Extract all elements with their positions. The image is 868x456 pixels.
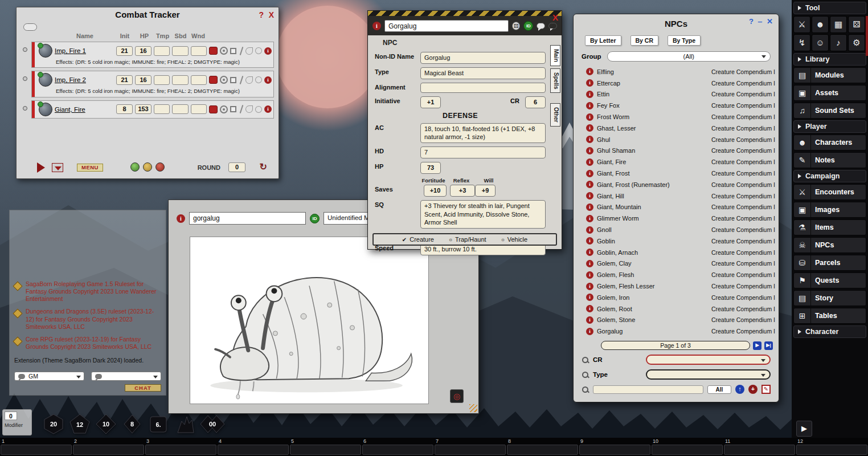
info-icon[interactable]: [372, 22, 381, 30]
help-icon[interactable]: ?: [749, 17, 754, 26]
npc-list-item[interactable]: GorgalugCreature Compendium I: [586, 325, 775, 337]
hotbar-slot[interactable]: 12: [796, 438, 867, 456]
visibility-checkbox[interactable]: [230, 106, 236, 112]
enemy-face-icon[interactable]: [209, 47, 218, 55]
hotbar-slot-box[interactable]: [579, 445, 650, 455]
init-value[interactable]: 8: [116, 104, 133, 114]
sound-icon[interactable]: ♪: [830, 34, 847, 51]
party-icon[interactable]: ☻: [812, 16, 829, 33]
d4-die[interactable]: [173, 413, 196, 435]
search-input[interactable]: [593, 385, 703, 394]
token-icon[interactable]: [39, 44, 52, 58]
hotbar-slot[interactable]: 4: [218, 438, 289, 456]
attack-claw-icon[interactable]: [245, 76, 253, 84]
npc-list-item[interactable]: ElflingCreature Compendium I: [586, 66, 775, 78]
close-icon[interactable]: X: [269, 10, 274, 19]
kind-option-vehicle[interactable]: ○Vehicle: [501, 236, 528, 243]
enemy-face-icon[interactable]: [209, 76, 218, 84]
edit-icon[interactable]: ✎: [761, 385, 771, 394]
hotbar-slot[interactable]: 11: [724, 438, 795, 456]
sidebar-item[interactable]: ▤Story: [793, 290, 866, 306]
info-icon[interactable]: [177, 214, 185, 223]
target-icon[interactable]: ◎: [450, 389, 464, 403]
sidebar-item[interactable]: ⚑Quests: [793, 272, 866, 288]
options-icon[interactable]: ⚙: [848, 34, 865, 51]
d6-die[interactable]: 6.: [147, 413, 170, 435]
hotbar-slot[interactable]: 3: [145, 438, 216, 456]
sort-button[interactable]: By Letter: [585, 35, 621, 46]
type-filter-dropdown[interactable]: [646, 369, 771, 380]
will-field[interactable]: +9: [475, 185, 496, 197]
minimize-icon[interactable]: ‒: [758, 17, 762, 26]
chat-whisper-icon[interactable]: [548, 23, 557, 29]
hotbar-slot[interactable]: 1: [1, 438, 72, 456]
faction-dot-icon[interactable]: [23, 76, 27, 81]
npc-info-icon[interactable]: [586, 237, 593, 245]
npc-list-item[interactable]: Golem, Flesh LesserCreature Compendium I: [586, 280, 775, 292]
combatant-name[interactable]: Imp, Fire 2: [55, 76, 114, 83]
all-button[interactable]: All: [707, 385, 731, 394]
neutral-face-icon[interactable]: [143, 162, 152, 172]
image-name-field[interactable]: gorgalug: [189, 212, 306, 225]
alignment-field[interactable]: [420, 83, 546, 93]
npc-list-item[interactable]: Fey FoxCreature Compendium I: [586, 100, 775, 111]
sidebar-item[interactable]: ▤Modules: [793, 67, 866, 83]
npc-list-item[interactable]: Giant, HillCreature Compendium I: [586, 190, 775, 202]
hotbar-slot[interactable]: 2: [73, 438, 144, 456]
faction-dot-icon[interactable]: [23, 47, 27, 52]
hotbar-slot-box[interactable]: [73, 445, 144, 455]
hotbar-slot-box[interactable]: [652, 445, 723, 455]
npc-info-icon[interactable]: [586, 91, 593, 98]
npc-list-item[interactable]: Giant, FrostCreature Compendium I: [586, 168, 775, 179]
combatant-name[interactable]: Giant, Fire: [55, 106, 114, 113]
hp-value[interactable]: 16: [135, 46, 151, 56]
npc-list-item[interactable]: Giant, Frost (Runemaster)Creature Compen…: [586, 179, 775, 190]
combatant-name[interactable]: Imp, Fire 1: [55, 47, 114, 54]
hotbar-slot-box[interactable]: [362, 445, 433, 455]
hotbar-slot[interactable]: 9: [579, 438, 650, 456]
npc-list-item[interactable]: Golem, StoneCreature Compendium I: [586, 315, 775, 326]
sq-field[interactable]: +3 Thievery for stealth in lair, Pungent…: [420, 200, 546, 229]
sidebar-section-campaign[interactable]: Campaign: [793, 170, 866, 182]
hotbar-slot-box[interactable]: [218, 445, 289, 455]
npc-info-icon[interactable]: [586, 113, 593, 121]
sidebar-item[interactable]: ⊞Tables: [793, 308, 866, 324]
fortitude-field[interactable]: +10: [424, 185, 447, 197]
npc-list-item[interactable]: Golem, IronCreature Compendium I: [586, 292, 775, 303]
attack-claw-icon[interactable]: [245, 47, 253, 55]
initiative-field[interactable]: +1: [420, 96, 441, 108]
info-icon[interactable]: [264, 105, 272, 113]
d100-die[interactable]: 00: [199, 413, 226, 435]
hotbar-slot-box[interactable]: [724, 445, 795, 455]
foe-face-icon[interactable]: [155, 162, 165, 172]
visibility-checkbox[interactable]: [230, 48, 236, 54]
attack-claw-icon[interactable]: [245, 105, 253, 113]
tmp-value[interactable]: [154, 75, 170, 85]
targeting-icon[interactable]: [220, 76, 228, 84]
sbd-value[interactable]: [172, 75, 188, 85]
npc-info-icon[interactable]: [586, 328, 593, 335]
sidebar-section-character[interactable]: Character: [793, 325, 866, 338]
wnd-value[interactable]: [191, 104, 207, 114]
hotbar-slot[interactable]: 5: [290, 438, 361, 456]
npc-info-icon[interactable]: [586, 102, 593, 109]
sidebar-item[interactable]: ☻Characters: [793, 135, 866, 150]
token-icon[interactable]: [39, 73, 52, 87]
cr-filter-dropdown[interactable]: [646, 355, 771, 365]
up-arrow-icon[interactable]: ↑: [735, 385, 744, 394]
d10-die[interactable]: 10: [95, 413, 117, 435]
d12-die[interactable]: 12: [68, 413, 91, 435]
sidebar-item[interactable]: ♫Sound Sets: [793, 103, 866, 119]
hotbar-slot[interactable]: 6: [362, 438, 433, 456]
sort-button[interactable]: By CR: [630, 35, 659, 46]
sheet-tab[interactable]: Other: [550, 103, 560, 127]
hotbar-slot[interactable]: 8: [507, 438, 578, 456]
refresh-icon[interactable]: ↻: [260, 161, 267, 172]
npc-info-icon[interactable]: [586, 158, 593, 166]
hotbar-slot-box[interactable]: [290, 445, 361, 455]
play-icon[interactable]: ▶: [796, 421, 812, 437]
tmp-value[interactable]: [154, 46, 170, 56]
sidebar-item[interactable]: ▣Images: [793, 202, 866, 218]
npc-info-icon[interactable]: [586, 260, 593, 267]
wnd-value[interactable]: [191, 75, 207, 85]
